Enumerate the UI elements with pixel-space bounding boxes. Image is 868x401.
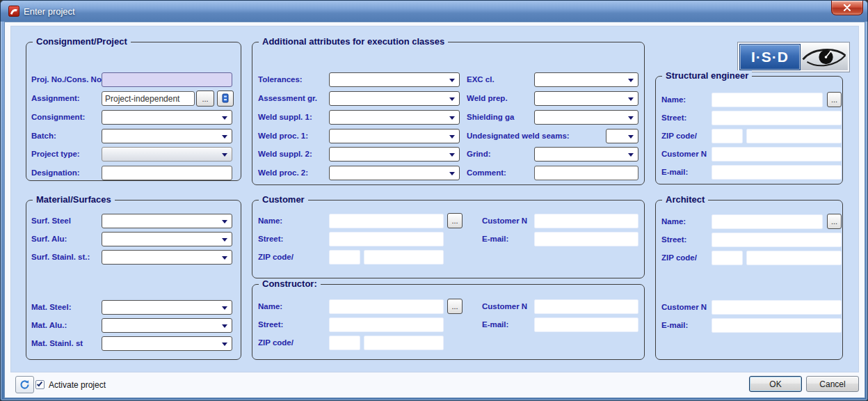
dropdown-arrow-icon [449,135,455,139]
dropdown-arrow-icon [628,79,634,82]
constructor-customer-no-input[interactable] [534,299,638,314]
dropdown-arrow-icon [222,343,227,346]
dropdown-arrow-icon [449,172,455,175]
constructor-street-input[interactable] [329,317,444,332]
activate-project-checkbox[interactable] [35,380,45,389]
close-button[interactable] [831,1,863,15]
dropdown-arrow-icon [449,79,455,82]
assignment-browse-button[interactable]: ... [196,91,214,107]
constructor-name-label: Name: [258,302,282,310]
structural-zip-input[interactable] [712,129,743,143]
designation-label: Designation: [31,168,80,177]
weld-proc1-label: Weld proc. 1: [258,132,308,140]
cancel-button[interactable]: Cancel [806,376,859,392]
tolerances-dropdown[interactable] [329,72,460,87]
customer-browse-button[interactable]: ... [447,213,463,228]
weld-proc1-dropdown[interactable] [329,129,460,143]
customer-name-input[interactable] [329,214,444,228]
dropdown-arrow-icon [222,153,227,157]
customer-email-input[interactable] [534,232,638,246]
surf-alu-dropdown[interactable] [102,232,232,246]
architect-zip-input[interactable] [712,251,743,265]
project-type-dropdown[interactable] [102,147,232,162]
refresh-icon [19,379,30,390]
architect-email-input[interactable] [712,318,842,333]
group-title: Constructor: [259,278,321,289]
assignment-catalog-button[interactable] [217,91,234,107]
constructor-city-input[interactable] [364,336,444,350]
weld-suppl2-dropdown[interactable] [329,147,460,162]
structural-customer-no-input[interactable] [712,147,842,162]
architect-street-input[interactable] [712,233,842,247]
dropdown-arrow-icon [628,135,634,139]
constructor-zip-input[interactable] [329,336,360,350]
mat-stainless-dropdown[interactable] [102,336,232,351]
structural-email-input[interactable] [712,165,842,180]
dropdown-arrow-icon [449,116,455,120]
undesignated-label: Undesignated weld seams: [467,132,570,140]
dropdown-arrow-icon [222,256,227,260]
structural-email-label: E-mail: [661,168,688,176]
customer-name-label: Name: [258,217,282,225]
proj-no-input[interactable] [102,72,232,87]
consignment-project-group: Consignment/Project Proj. No./Cons. No. … [26,42,241,181]
customer-no-input[interactable] [534,214,638,228]
structural-city-input[interactable] [746,129,842,143]
surf-steel-label: Surf. Steel [31,217,71,225]
tolerances-label: Tolerances: [258,75,303,84]
mat-alu-dropdown[interactable] [102,318,232,333]
constructor-name-input[interactable] [329,299,444,314]
grind-dropdown[interactable] [534,147,638,162]
consignment-dropdown[interactable] [102,110,232,125]
comment-input[interactable] [534,166,638,180]
architect-group: Architect Name: ... Street: ZIP code/ Cu… [655,200,843,360]
dropdown-arrow-icon [628,97,634,101]
constructor-email-input[interactable] [534,317,638,332]
surf-alu-label: Surf. Alu: [31,235,67,243]
titlebar[interactable]: Enter project [1,1,867,22]
assignment-input[interactable] [102,91,195,106]
mat-steel-dropdown[interactable] [102,300,232,315]
isd-logo: I·S·D [737,42,850,72]
comment-label: Comment: [467,168,506,177]
surf-steel-dropdown[interactable] [102,214,232,228]
weld-prep-dropdown[interactable] [534,91,638,106]
architect-name-input[interactable] [712,214,823,229]
customer-street-label: Street: [258,235,283,243]
designation-input[interactable] [102,166,232,180]
dropdown-arrow-icon [628,116,634,120]
mat-steel-label: Mat. Steel: [31,303,72,311]
dropdown-arrow-icon [222,220,227,223]
shielding-dropdown[interactable] [534,110,638,125]
exc-dropdown[interactable] [534,72,638,87]
structural-name-input[interactable] [712,93,823,107]
weld-suppl1-dropdown[interactable] [329,110,460,125]
consignment-label: Consignment: [31,113,85,121]
constructor-browse-button[interactable]: ... [447,299,463,314]
eye-icon [801,44,848,70]
structural-browse-button[interactable]: ... [827,92,842,107]
structural-street-input[interactable] [712,111,842,125]
mat-alu-label: Mat. Alu.: [31,321,67,329]
customer-street-input[interactable] [329,232,444,246]
structural-street-label: Street: [661,113,686,122]
architect-browse-button[interactable]: ... [827,214,842,229]
architect-city-input[interactable] [746,251,842,265]
customer-group: Customer Name: ... Customer N Street: E-… [252,200,645,278]
customer-email-label: E-mail: [482,235,508,243]
refresh-button[interactable] [15,376,34,393]
batch-dropdown[interactable] [102,129,232,143]
assessment-dropdown[interactable] [329,91,460,106]
weld-suppl1-label: Weld suppl. 1: [258,113,312,121]
group-title: Structural engineer [662,70,752,81]
exc-label: EXC cl. [467,75,495,84]
weld-proc2-dropdown[interactable] [329,166,460,180]
customer-zip-input[interactable] [329,250,360,265]
constructor-group: Constructor: Name: ... Customer N Street… [252,284,645,360]
undesignated-dropdown[interactable] [606,129,638,143]
enter-project-dialog: Enter project I·S·D [0,0,868,401]
ok-button[interactable]: OK [749,376,802,392]
customer-city-input[interactable] [364,250,444,265]
architect-customer-no-input[interactable] [712,300,842,315]
surf-stainless-dropdown[interactable] [102,250,232,265]
